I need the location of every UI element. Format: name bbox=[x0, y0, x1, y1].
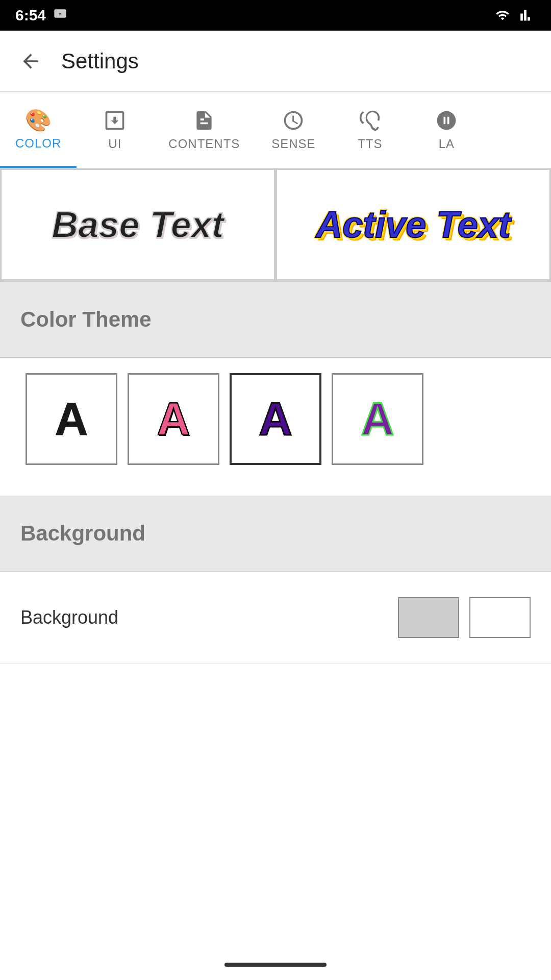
active-text-preview[interactable]: Active Text bbox=[276, 168, 551, 281]
color-theme-section-header: Color Theme bbox=[0, 282, 551, 358]
theme-letter-black: A bbox=[55, 396, 88, 442]
theme-option-purple-green[interactable]: A bbox=[332, 373, 423, 465]
bottom-bar bbox=[0, 949, 551, 980]
background-color-controls bbox=[398, 597, 531, 638]
background-color-gray[interactable] bbox=[398, 597, 459, 638]
theme-option-pink[interactable]: A bbox=[128, 373, 219, 465]
palette-icon: 🎨 bbox=[25, 110, 52, 131]
tab-contents[interactable]: CONTENTS bbox=[153, 92, 255, 168]
tab-contents-label: CONTENTS bbox=[168, 137, 240, 151]
active-text-display: Active Text bbox=[316, 204, 510, 246]
background-color-white[interactable] bbox=[469, 597, 531, 638]
document-icon bbox=[193, 109, 215, 132]
hearing-icon bbox=[359, 109, 381, 132]
tab-tts[interactable]: TTS bbox=[332, 92, 408, 168]
tab-tts-label: TTS bbox=[358, 137, 382, 151]
home-indicator bbox=[224, 963, 327, 967]
theme-letter-purple-green: A bbox=[361, 396, 394, 442]
tab-color[interactable]: 🎨 COLOR bbox=[0, 92, 77, 168]
tab-sense[interactable]: SENSE bbox=[255, 92, 332, 168]
text-preview-section: Base Text Active Text bbox=[0, 168, 551, 282]
tab-la-label: LA bbox=[439, 137, 455, 151]
background-section-label: Background bbox=[20, 521, 145, 545]
tab-sense-label: SENSE bbox=[271, 137, 315, 151]
app-header: Settings bbox=[0, 31, 551, 92]
download-box-icon bbox=[104, 109, 126, 132]
base-text-display: Base Text bbox=[47, 202, 228, 248]
status-time: 6:54 bbox=[15, 7, 46, 24]
signal-icon bbox=[518, 8, 536, 22]
tab-la[interactable]: LA bbox=[408, 92, 485, 168]
background-section-header: Background bbox=[0, 496, 551, 572]
theme-letter-purple-dark: A bbox=[259, 396, 292, 442]
color-theme-label: Color Theme bbox=[20, 307, 152, 331]
svg-text:≡: ≡ bbox=[59, 12, 61, 17]
status-bar: 6:54 ≡ bbox=[0, 0, 551, 31]
tab-color-label: COLOR bbox=[15, 136, 61, 151]
status-bar-right bbox=[494, 8, 536, 22]
theme-letter-pink: A bbox=[157, 396, 190, 442]
theme-option-purple-dark[interactable]: A bbox=[230, 373, 321, 465]
theme-option-default[interactable]: A bbox=[26, 373, 117, 465]
back-button[interactable] bbox=[15, 46, 46, 77]
background-section: Background Background bbox=[0, 496, 551, 664]
background-row: Background bbox=[0, 572, 551, 664]
tab-bar: 🎨 COLOR UI CONTENTS SENSE bbox=[0, 92, 551, 168]
la-icon bbox=[435, 109, 458, 132]
base-text-preview[interactable]: Base Text bbox=[0, 168, 276, 281]
clock-circle-icon bbox=[282, 109, 305, 132]
wifi-icon bbox=[494, 8, 511, 22]
notification-icon: ≡ bbox=[53, 8, 67, 22]
tab-ui[interactable]: UI bbox=[77, 92, 153, 168]
status-bar-left: 6:54 ≡ bbox=[15, 7, 67, 24]
tab-ui-label: UI bbox=[108, 137, 121, 151]
theme-options-row: A A A A bbox=[0, 358, 551, 480]
background-row-label: Background bbox=[20, 607, 118, 628]
page-title: Settings bbox=[61, 49, 139, 74]
